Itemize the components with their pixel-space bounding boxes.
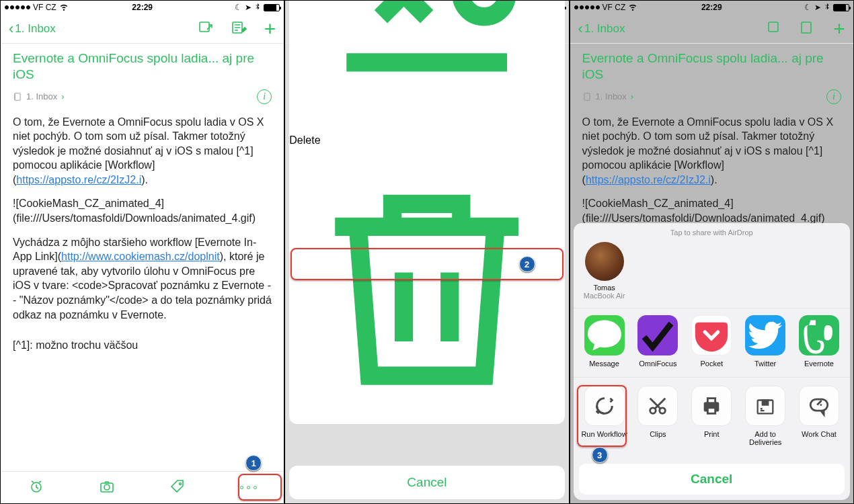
status-time: 22:29 [1, 3, 284, 12]
svg-rect-14 [769, 22, 778, 32]
note-content[interactable]: O tom, že Evernote a OmniFocus spolu lad… [13, 115, 272, 353]
svg-point-5 [104, 485, 110, 490]
screen-share-sheet: VF CZ 22:29 ☾➤ ‹1. Inbox + Evernote a Om… [570, 0, 854, 504]
share-apps-row: Message OmniFocus Pocket Twitter Evernot… [574, 308, 850, 378]
omnifocus-icon [637, 315, 678, 355]
simplify-icon [289, 122, 564, 134]
svg-point-6 [179, 482, 181, 485]
share-cancel-button[interactable]: Cancel [579, 464, 845, 495]
share-app-message[interactable]: Message [580, 315, 629, 368]
camera-icon[interactable] [99, 478, 115, 497]
svg-rect-2 [15, 93, 20, 100]
status-bar: VF CZ 22:29 ☾➤ [570, 1, 853, 14]
notebook-name: 1. Inbox [26, 91, 57, 101]
menu-simplify[interactable]: Simplify Formatting [289, 0, 564, 134]
airdrop-hint: Tap to share with AirDrop [574, 228, 850, 237]
screen-note-view: VF CZ 22:29 ☾ ➤ ‹ 1. Inbox + Evernote a … [0, 0, 284, 504]
action-print[interactable]: Print [687, 386, 736, 446]
svg-point-13 [461, 0, 507, 17]
svg-rect-0 [200, 22, 209, 32]
link-workflow-appstore[interactable]: https://appsto.re/cz/2IzJ2.i [16, 174, 141, 185]
note-title: Evernote a OmniFocus spolu ladia... aj p… [13, 50, 272, 83]
pocket-icon [691, 315, 732, 355]
share-note-icon[interactable] [197, 19, 213, 38]
edit-note-icon[interactable] [231, 19, 247, 38]
svg-rect-16 [584, 93, 590, 100]
trash-icon [289, 412, 564, 423]
clips-icon [637, 386, 678, 426]
svg-rect-21 [708, 408, 715, 414]
evernote-icon [799, 315, 839, 355]
reminder-icon[interactable] [28, 478, 44, 497]
tag-icon[interactable] [169, 478, 186, 497]
deliveries-icon [745, 386, 785, 426]
link-cookiemash[interactable]: http://www.cookiemash.cz/doplnit [61, 251, 220, 262]
action-sheet: Share Present Add to Shortcuts Duplicate… [289, 0, 564, 424]
battery-icon [264, 4, 280, 11]
chevron-right-icon: › [61, 91, 64, 101]
menu-delete[interactable]: Delete [289, 134, 564, 424]
avatar-icon [585, 242, 624, 281]
airdrop-contact[interactable]: Tomas MacBook Air [582, 242, 627, 300]
message-icon [584, 315, 625, 355]
svg-rect-24 [810, 399, 828, 411]
notebook-icon [13, 92, 22, 101]
info-icon[interactable]: i [257, 89, 272, 104]
workchat-icon [799, 386, 839, 426]
svg-rect-23 [763, 400, 769, 405]
status-bar: VF CZ 22:29 ☾ ➤ [1, 1, 284, 14]
action-deliveries[interactable]: Add to Deliveries [741, 386, 789, 446]
back-button[interactable]: ‹ 1. Inbox [9, 22, 56, 36]
screen-action-menu: VF CZ 22:29 ☾ ➤ ‹1. Inbox + Evernote a O… [284, 0, 569, 504]
share-app-evernote[interactable]: Evernote [795, 315, 843, 368]
back-label: 1. Inbox [15, 22, 56, 36]
svg-rect-20 [708, 398, 715, 403]
more-menu-button[interactable] [240, 486, 257, 489]
nav-bar: ‹ 1. Inbox + [1, 14, 284, 44]
note-body: Evernote a OmniFocus spolu ladia... aj p… [1, 44, 284, 471]
action-run-workflow[interactable]: Run Workflow [580, 386, 629, 446]
share-app-omnifocus[interactable]: OmniFocus [633, 315, 682, 368]
twitter-icon [745, 315, 785, 355]
share-actions-row: Run Workflow Clips Print Add to Deliveri… [574, 378, 850, 458]
action-clips[interactable]: Clips [633, 386, 682, 446]
print-icon [691, 386, 732, 426]
notebook-crumb[interactable]: 1. Inbox › [13, 91, 65, 101]
share-app-twitter[interactable]: Twitter [741, 315, 789, 368]
menu-cancel[interactable]: Cancel [289, 466, 564, 499]
callout-2: 2 [519, 256, 535, 272]
new-note-icon[interactable]: + [264, 23, 276, 35]
svg-rect-15 [802, 22, 811, 33]
chevron-left-icon: ‹ [9, 22, 13, 36]
bottom-toolbar [1, 471, 284, 503]
callout-3: 3 [592, 447, 608, 463]
share-app-pocket[interactable]: Pocket [687, 315, 736, 368]
action-workchat[interactable]: Work Chat [795, 386, 843, 446]
workflow-icon [584, 386, 625, 426]
footnote: [^1]: možno trochu väčšou [13, 338, 272, 353]
ios-share-sheet: Tap to share with AirDrop Tomas MacBook … [574, 223, 850, 500]
callout-1: 1 [245, 455, 262, 471]
